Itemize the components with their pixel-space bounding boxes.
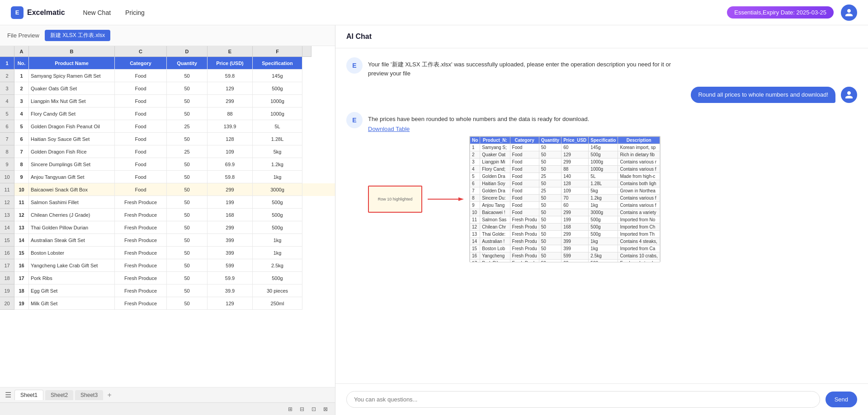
table-row: 6Haitian Soy Sauce Gift SetFood501281.28… — [14, 133, 335, 145]
nav-pricing[interactable]: Pricing — [125, 9, 145, 16]
download-link[interactable]: Download Table — [368, 126, 660, 132]
status-icon-1[interactable]: ⊞ — [286, 405, 294, 413]
mini-table-cell: Contains various f — [618, 194, 660, 201]
mini-table-cell: Imported from Th — [618, 230, 660, 238]
grid-cell: 500g — [253, 272, 302, 284]
mini-table-cell: Contains various r — [618, 158, 660, 165]
file-preview-header: File Preview 新建 XLSX 工作表.xlsx — [0, 25, 335, 46]
mini-table-cell: 60 — [561, 201, 589, 209]
mini-table-cell: Golden Dra — [480, 187, 510, 194]
table-row: 10Baicaowei Snack Gift BoxFood502993000g — [14, 183, 335, 196]
mini-table-header: No — [470, 136, 480, 144]
add-sheet-button[interactable]: + — [105, 391, 114, 400]
status-icon-3[interactable]: ⊡ — [310, 405, 318, 413]
grid-cell: 129 — [208, 82, 253, 95]
mini-table-row: 16YangchengFresh Produ505992.5kgContains… — [470, 252, 660, 259]
grid-cell: Food — [115, 120, 167, 133]
sheet-tab-1[interactable]: Sheet1 — [14, 390, 43, 400]
grid-cell: 2 — [14, 82, 29, 95]
table-row: 14Australian Steak Gift SetFresh Produce… — [14, 234, 335, 247]
mini-table-row: 5Golden DraFood251405LMade from high-c — [470, 173, 660, 180]
grid-cell: 50 — [167, 107, 208, 120]
arrow-wrapper — [422, 196, 469, 203]
row-num-14: 14 — [0, 221, 14, 234]
grid-cell: 50 — [167, 171, 208, 183]
mini-table-cell: 1.2kg — [589, 194, 618, 201]
mini-table-cell: 8 — [470, 194, 480, 201]
status-icon-2[interactable]: ⊟ — [298, 405, 306, 413]
grid-cell: 399 — [208, 234, 253, 247]
mini-table-cell: Contains 4 steaks, — [618, 238, 660, 245]
grid-cell: Food — [115, 95, 167, 107]
send-button[interactable]: Send — [826, 392, 857, 407]
grid-cell: Fresh Produce — [115, 272, 167, 284]
grid-cell: 1000g — [253, 107, 302, 120]
mini-table-cell: 50 — [539, 144, 561, 151]
sheet-tab-3[interactable]: Sheet3 — [75, 390, 103, 400]
mini-table-cell: 500g — [589, 216, 618, 223]
mini-table-cell: 12 — [470, 223, 480, 230]
grid-cell: Food — [115, 133, 167, 145]
mini-table-cell: 1 — [470, 144, 480, 151]
data-grid: No. Product Name Category Quantity Price… — [14, 57, 335, 387]
mini-table-cell: Food — [510, 165, 539, 173]
mini-table-cell: 50 — [539, 158, 561, 165]
table-row: 13Thai Golden Pillow DurianFresh Produce… — [14, 221, 335, 234]
mini-table-cell: 7 — [470, 187, 480, 194]
col-header-a: A — [14, 46, 29, 57]
mini-table-cell: 14 — [470, 238, 480, 245]
mini-table-row: 17Pork RibsFresh Produ5060500gFresh pork… — [470, 259, 660, 262]
mini-table-wrapper: NoProduct_N:CategoryQuantityPrice_USDSpe… — [469, 136, 660, 262]
file-tab[interactable]: 新建 XLSX 工作表.xlsx — [45, 30, 110, 41]
user-avatar[interactable] — [841, 5, 857, 21]
sheet-tab-2[interactable]: Sheet2 — [45, 390, 73, 400]
grid-cell: Fresh Produce — [115, 247, 167, 259]
grid-cell: 3 — [14, 95, 29, 107]
grid-cell: 5kg — [253, 145, 302, 158]
grid-cell: 1kg — [253, 234, 302, 247]
grid-cell: Thai Golden Pillow Durian — [29, 221, 115, 234]
grid-cell: 1kg — [253, 247, 302, 259]
logo-text: Excelmatic — [27, 9, 65, 17]
row-num-8: 8 — [0, 145, 14, 158]
mini-table-cell: 50 — [539, 259, 561, 262]
nav-right: Essentials,Expiry Date: 2025-03-25 — [727, 5, 857, 21]
nav-new-chat[interactable]: New Chat — [83, 9, 111, 16]
svg-marker-1 — [458, 197, 464, 201]
sheet-menu-icon[interactable]: ☰ — [4, 391, 13, 400]
mini-table-cell: 9 — [470, 201, 480, 209]
mini-table-cell: 25 — [539, 173, 561, 180]
bot-avatar-1: E — [346, 57, 363, 74]
grid-cell: 500g — [253, 196, 302, 209]
row-num-header: 1 — [0, 57, 14, 70]
mini-table-cell: 3000g — [589, 209, 618, 216]
grid-cell: 299 — [208, 95, 253, 107]
grid-cell: 599 — [208, 259, 253, 272]
grid-cell: 6 — [14, 133, 29, 145]
bot-avatar-e-2: E — [352, 117, 356, 124]
grid-cell: Fresh Produce — [115, 209, 167, 221]
mini-table-cell: 50 — [539, 238, 561, 245]
grid-cell: Golden Dragon Fish Rice — [29, 145, 115, 158]
row-numbers: 1 2 3 4 5 6 7 8 9 10 11 12 13 14 15 16 1 — [0, 57, 14, 387]
logo-icon: E — [11, 6, 24, 19]
mini-table-cell: Thai Golde: — [480, 230, 510, 238]
grid-cell: 16 — [14, 259, 29, 272]
grid-cell: 50 — [167, 70, 208, 82]
chat-input[interactable] — [346, 391, 820, 408]
grid-cell: 69.9 — [208, 158, 253, 171]
mini-table-cell: 15 — [470, 245, 480, 252]
subscription-badge[interactable]: Essentials,Expiry Date: 2025-03-25 — [727, 6, 834, 19]
grid-cell: 500g — [253, 221, 302, 234]
mini-table-cell: Food — [510, 158, 539, 165]
mini-table-cell: Yangcheng — [480, 252, 510, 259]
mini-table-cell: 5 — [470, 173, 480, 180]
mini-table-cell: Quaker Oat — [480, 151, 510, 158]
status-icon-4[interactable]: ⊠ — [321, 405, 330, 413]
grid-cell: 50 — [167, 284, 208, 297]
mini-table-header: Description — [618, 136, 660, 144]
table-row: 3Liangpin Mix Nut Gift SetFood502991000g — [14, 95, 335, 107]
grid-cell: 50 — [167, 272, 208, 284]
user-avatar-chat — [841, 87, 857, 103]
grid-cell: 25 — [167, 120, 208, 133]
